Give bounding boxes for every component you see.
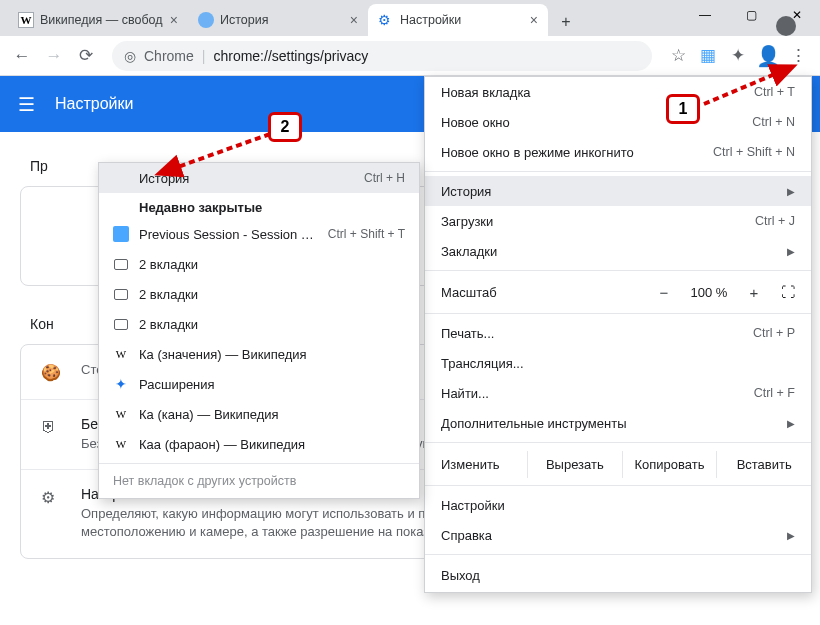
tab-label: История xyxy=(220,13,344,27)
menu-settings[interactable]: Настройки xyxy=(425,490,811,520)
url-path: chrome://settings/privacy xyxy=(213,48,368,64)
menu-new-window[interactable]: Новое окно Ctrl + N xyxy=(425,107,811,137)
chevron-right-icon: ▶ xyxy=(787,186,795,197)
close-window-button[interactable]: ✕ xyxy=(774,0,820,30)
wikipedia-icon: W xyxy=(113,436,129,452)
fullscreen-icon[interactable]: ⛶ xyxy=(771,284,805,300)
menu-help[interactable]: Справка ▶ xyxy=(425,520,811,550)
menu-separator xyxy=(425,554,811,555)
window-titlebar: W Википедия — свобод × История × ⚙ Настр… xyxy=(0,0,820,36)
new-tab-button[interactable]: + xyxy=(552,8,580,36)
reload-button[interactable]: ⟳ xyxy=(72,42,100,70)
history-submenu: История Ctrl + H Недавно закрытые Previo… xyxy=(98,162,420,499)
history-item[interactable]: 2 вкладки xyxy=(99,279,419,309)
menu-separator xyxy=(425,313,811,314)
wikipedia-icon: W xyxy=(113,346,129,362)
menu-cast[interactable]: Трансляция... xyxy=(425,348,811,378)
chevron-right-icon: ▶ xyxy=(787,530,795,541)
menu-bookmarks[interactable]: Закладки ▶ xyxy=(425,236,811,266)
close-icon[interactable]: × xyxy=(530,12,538,28)
menu-new-tab[interactable]: Новая вкладка Ctrl + T xyxy=(425,77,811,107)
extension-icons: ☆ ▦ ✦ 👤 ⋮ xyxy=(664,42,812,70)
chevron-right-icon: ▶ xyxy=(787,418,795,429)
main-menu: Новая вкладка Ctrl + T Новое окно Ctrl +… xyxy=(424,76,812,593)
session-buddy-icon xyxy=(113,226,129,242)
history-item[interactable]: 2 вкладки xyxy=(99,249,419,279)
menu-print[interactable]: Печать... Ctrl + P xyxy=(425,318,811,348)
browser-toolbar: ← → ⟳ ◎ Chrome | chrome://settings/priva… xyxy=(0,36,820,76)
gear-icon: ⚙ xyxy=(378,12,394,28)
extensions-icon[interactable]: ✦ xyxy=(724,42,752,70)
maximize-button[interactable]: ▢ xyxy=(728,0,774,30)
extension-icon: ✦ xyxy=(113,376,129,392)
menu-separator xyxy=(425,442,811,443)
menu-downloads[interactable]: Загрузки Ctrl + J xyxy=(425,206,811,236)
submenu-footer: Нет вкладок с других устройств xyxy=(99,463,419,498)
zoom-out-button[interactable]: − xyxy=(647,284,681,301)
wikipedia-favicon: W xyxy=(18,12,34,28)
kebab-menu-button[interactable]: ⋮ xyxy=(784,42,812,70)
tabs-icon xyxy=(113,316,129,332)
zoom-value: 100 % xyxy=(681,285,737,300)
menu-edit-row: Изменить Вырезать Копировать Вставить xyxy=(425,447,811,481)
tab-wikipedia[interactable]: W Википедия — свобод × xyxy=(8,4,188,36)
session-buddy-icon[interactable]: ▦ xyxy=(694,42,722,70)
menu-separator xyxy=(425,485,811,486)
history-item[interactable]: W Ка (значения) — Википедия xyxy=(99,339,419,369)
tabs-icon xyxy=(113,256,129,272)
cookie-icon: 🍪 xyxy=(41,363,61,382)
tab-strip: W Википедия — свобод × История × ⚙ Настр… xyxy=(8,0,580,36)
wikipedia-icon: W xyxy=(113,406,129,422)
tabs-icon xyxy=(113,286,129,302)
cut-button[interactable]: Вырезать xyxy=(527,451,622,478)
history-item[interactable]: 2 вкладки xyxy=(99,309,419,339)
callout-1: 1 xyxy=(666,94,700,124)
chevron-right-icon: ▶ xyxy=(787,246,795,257)
history-favicon xyxy=(198,12,214,28)
url-separator: | xyxy=(202,48,206,64)
address-bar[interactable]: ◎ Chrome | chrome://settings/privacy xyxy=(112,41,652,71)
copy-button[interactable]: Копировать xyxy=(622,451,717,478)
menu-more-tools[interactable]: Дополнительные инструменты ▶ xyxy=(425,408,811,438)
star-icon[interactable]: ☆ xyxy=(664,42,692,70)
back-button[interactable]: ← xyxy=(8,42,36,70)
window-controls: — ▢ ✕ xyxy=(682,0,820,30)
profile-icon[interactable]: 👤 xyxy=(754,42,782,70)
submenu-history[interactable]: История Ctrl + H xyxy=(99,163,419,193)
hamburger-icon[interactable]: ☰ xyxy=(18,93,35,116)
tab-label: Настройки xyxy=(400,13,524,27)
url-scheme: Chrome xyxy=(144,48,194,64)
sliders-icon: ⚙ xyxy=(41,488,61,507)
paste-button[interactable]: Вставить xyxy=(716,451,811,478)
shield-icon: ⛨ xyxy=(41,418,61,436)
menu-zoom: Масштаб − 100 % + ⛶ xyxy=(425,275,811,309)
menu-exit[interactable]: Выход xyxy=(425,559,811,592)
tab-history[interactable]: История × xyxy=(188,4,368,36)
page-title: Настройки xyxy=(55,95,133,113)
history-item[interactable]: Previous Session - Session Buddy Ctrl + … xyxy=(99,219,419,249)
close-icon[interactable]: × xyxy=(350,12,358,28)
history-item[interactable]: W Ка (кана) — Википедия xyxy=(99,399,419,429)
history-item[interactable]: W Каа (фараон) — Википедия xyxy=(99,429,419,459)
menu-find[interactable]: Найти... Ctrl + F xyxy=(425,378,811,408)
menu-separator xyxy=(425,171,811,172)
tab-settings[interactable]: ⚙ Настройки × xyxy=(368,4,548,36)
history-item[interactable]: ✦ Расширения xyxy=(99,369,419,399)
menu-incognito[interactable]: Новое окно в режиме инкогнито Ctrl + Shi… xyxy=(425,137,811,167)
zoom-in-button[interactable]: + xyxy=(737,284,771,301)
minimize-button[interactable]: — xyxy=(682,0,728,30)
chrome-icon: ◎ xyxy=(124,48,136,64)
recently-closed-heading: Недавно закрытые xyxy=(99,193,419,219)
tab-label: Википедия — свобод xyxy=(40,13,164,27)
menu-separator xyxy=(425,270,811,271)
close-icon[interactable]: × xyxy=(170,12,178,28)
callout-2: 2 xyxy=(268,112,302,142)
forward-button: → xyxy=(40,42,68,70)
menu-history[interactable]: История ▶ xyxy=(425,176,811,206)
